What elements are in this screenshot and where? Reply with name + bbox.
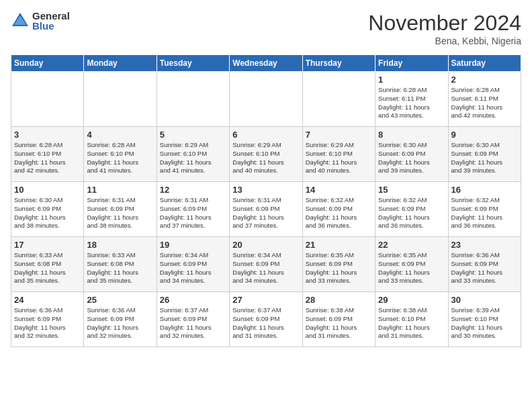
calendar-week-3: 10Sunrise: 6:30 AM Sunset: 6:09 PM Dayli… — [11, 182, 521, 237]
day-info: Sunrise: 6:34 AM Sunset: 6:09 PM Dayligh… — [232, 251, 299, 285]
calendar-cell: 2Sunrise: 6:28 AM Sunset: 6:11 PM Daylig… — [448, 72, 521, 127]
day-number: 28 — [306, 295, 372, 305]
day-number: 12 — [160, 185, 226, 195]
calendar-cell: 27Sunrise: 6:37 AM Sunset: 6:09 PM Dayli… — [230, 292, 302, 347]
day-number: 26 — [160, 295, 226, 305]
calendar-cell — [302, 72, 375, 127]
day-number: 13 — [232, 185, 299, 195]
day-info: Sunrise: 6:32 AM Sunset: 6:09 PM Dayligh… — [451, 196, 518, 230]
calendar-cell: 6Sunrise: 6:29 AM Sunset: 6:10 PM Daylig… — [230, 127, 302, 182]
day-info: Sunrise: 6:33 AM Sunset: 6:08 PM Dayligh… — [87, 251, 153, 285]
calendar-cell: 11Sunrise: 6:31 AM Sunset: 6:09 PM Dayli… — [84, 182, 157, 237]
header-day-sunday: Sunday — [11, 55, 84, 72]
logo-text: General Blue — [32, 11, 70, 31]
logo-icon — [11, 11, 30, 30]
calendar-cell: 4Sunrise: 6:28 AM Sunset: 6:10 PM Daylig… — [84, 127, 157, 182]
header-day-friday: Friday — [375, 55, 448, 72]
header-row: SundayMondayTuesdayWednesdayThursdayFrid… — [11, 55, 521, 72]
calendar-cell: 7Sunrise: 6:29 AM Sunset: 6:10 PM Daylig… — [302, 127, 375, 182]
day-info: Sunrise: 6:32 AM Sunset: 6:09 PM Dayligh… — [306, 196, 372, 230]
header-day-tuesday: Tuesday — [157, 55, 229, 72]
day-info: Sunrise: 6:28 AM Sunset: 6:10 PM Dayligh… — [87, 141, 153, 175]
day-info: Sunrise: 6:30 AM Sunset: 6:09 PM Dayligh… — [14, 196, 81, 230]
calendar-cell: 25Sunrise: 6:36 AM Sunset: 6:09 PM Dayli… — [84, 292, 157, 347]
calendar-cell: 15Sunrise: 6:32 AM Sunset: 6:09 PM Dayli… — [375, 182, 448, 237]
day-number: 19 — [160, 240, 226, 250]
calendar-cell: 3Sunrise: 6:28 AM Sunset: 6:10 PM Daylig… — [11, 127, 84, 182]
calendar-cell: 8Sunrise: 6:30 AM Sunset: 6:09 PM Daylig… — [375, 127, 448, 182]
calendar-cell: 5Sunrise: 6:29 AM Sunset: 6:10 PM Daylig… — [157, 127, 229, 182]
logo: General Blue — [11, 11, 70, 31]
calendar-cell — [157, 72, 229, 127]
header-day-monday: Monday — [84, 55, 157, 72]
day-number: 30 — [451, 295, 518, 305]
day-info: Sunrise: 6:31 AM Sunset: 6:09 PM Dayligh… — [160, 196, 226, 230]
day-info: Sunrise: 6:36 AM Sunset: 6:09 PM Dayligh… — [451, 251, 518, 285]
logo-general-label: General — [32, 11, 70, 21]
calendar-cell: 1Sunrise: 6:28 AM Sunset: 6:11 PM Daylig… — [375, 72, 448, 127]
calendar-week-1: 1Sunrise: 6:28 AM Sunset: 6:11 PM Daylig… — [11, 72, 521, 127]
day-info: Sunrise: 6:28 AM Sunset: 6:11 PM Dayligh… — [378, 86, 445, 120]
day-info: Sunrise: 6:29 AM Sunset: 6:10 PM Dayligh… — [160, 141, 226, 175]
day-number: 11 — [87, 185, 153, 195]
calendar-cell: 16Sunrise: 6:32 AM Sunset: 6:09 PM Dayli… — [448, 182, 521, 237]
calendar-cell: 12Sunrise: 6:31 AM Sunset: 6:09 PM Dayli… — [157, 182, 229, 237]
calendar-cell: 22Sunrise: 6:35 AM Sunset: 6:09 PM Dayli… — [375, 237, 448, 292]
calendar-cell: 18Sunrise: 6:33 AM Sunset: 6:08 PM Dayli… — [84, 237, 157, 292]
calendar-cell: 21Sunrise: 6:35 AM Sunset: 6:09 PM Dayli… — [302, 237, 375, 292]
day-number: 21 — [306, 240, 372, 250]
month-title: November 2024 — [368, 11, 521, 36]
calendar-cell: 10Sunrise: 6:30 AM Sunset: 6:09 PM Dayli… — [11, 182, 84, 237]
calendar-cell: 13Sunrise: 6:31 AM Sunset: 6:09 PM Dayli… — [230, 182, 302, 237]
calendar-cell — [11, 72, 84, 127]
calendar-cell: 28Sunrise: 6:38 AM Sunset: 6:09 PM Dayli… — [302, 292, 375, 347]
location: Bena, Kebbi, Nigeria — [368, 36, 521, 46]
calendar-table: SundayMondayTuesdayWednesdayThursdayFrid… — [11, 54, 521, 347]
header-day-saturday: Saturday — [448, 55, 521, 72]
calendar-cell: 26Sunrise: 6:37 AM Sunset: 6:09 PM Dayli… — [157, 292, 229, 347]
day-info: Sunrise: 6:34 AM Sunset: 6:09 PM Dayligh… — [160, 251, 226, 285]
calendar-cell: 17Sunrise: 6:33 AM Sunset: 6:08 PM Dayli… — [11, 237, 84, 292]
calendar-week-2: 3Sunrise: 6:28 AM Sunset: 6:10 PM Daylig… — [11, 127, 521, 182]
day-number: 25 — [87, 295, 153, 305]
day-number: 7 — [306, 130, 372, 140]
calendar-cell: 24Sunrise: 6:36 AM Sunset: 6:09 PM Dayli… — [11, 292, 84, 347]
day-info: Sunrise: 6:30 AM Sunset: 6:09 PM Dayligh… — [378, 141, 445, 175]
logo-blue-label: Blue — [32, 21, 70, 31]
calendar-cell: 19Sunrise: 6:34 AM Sunset: 6:09 PM Dayli… — [157, 237, 229, 292]
title-block: November 2024 Bena, Kebbi, Nigeria — [368, 11, 521, 46]
day-number: 23 — [451, 240, 518, 250]
day-info: Sunrise: 6:37 AM Sunset: 6:09 PM Dayligh… — [160, 306, 226, 340]
day-number: 29 — [378, 295, 445, 305]
day-info: Sunrise: 6:31 AM Sunset: 6:09 PM Dayligh… — [232, 196, 299, 230]
day-info: Sunrise: 6:35 AM Sunset: 6:09 PM Dayligh… — [378, 251, 445, 285]
day-info: Sunrise: 6:29 AM Sunset: 6:10 PM Dayligh… — [306, 141, 372, 175]
calendar-cell: 30Sunrise: 6:39 AM Sunset: 6:10 PM Dayli… — [448, 292, 521, 347]
day-info: Sunrise: 6:29 AM Sunset: 6:10 PM Dayligh… — [232, 141, 299, 175]
day-number: 24 — [14, 295, 81, 305]
calendar-cell — [230, 72, 302, 127]
day-info: Sunrise: 6:38 AM Sunset: 6:09 PM Dayligh… — [306, 306, 372, 340]
day-info: Sunrise: 6:38 AM Sunset: 6:10 PM Dayligh… — [378, 306, 445, 340]
day-number: 2 — [451, 75, 518, 85]
day-number: 22 — [378, 240, 445, 250]
calendar-cell: 20Sunrise: 6:34 AM Sunset: 6:09 PM Dayli… — [230, 237, 302, 292]
day-info: Sunrise: 6:39 AM Sunset: 6:10 PM Dayligh… — [451, 306, 518, 340]
day-number: 5 — [160, 130, 226, 140]
day-info: Sunrise: 6:28 AM Sunset: 6:11 PM Dayligh… — [451, 86, 518, 120]
day-info: Sunrise: 6:30 AM Sunset: 6:09 PM Dayligh… — [451, 141, 518, 175]
day-info: Sunrise: 6:36 AM Sunset: 6:09 PM Dayligh… — [14, 306, 81, 340]
header-day-wednesday: Wednesday — [230, 55, 302, 72]
day-info: Sunrise: 6:28 AM Sunset: 6:10 PM Dayligh… — [14, 141, 81, 175]
calendar-week-5: 24Sunrise: 6:36 AM Sunset: 6:09 PM Dayli… — [11, 292, 521, 347]
day-number: 4 — [87, 130, 153, 140]
day-info: Sunrise: 6:37 AM Sunset: 6:09 PM Dayligh… — [232, 306, 299, 340]
day-number: 3 — [14, 130, 81, 140]
day-info: Sunrise: 6:32 AM Sunset: 6:09 PM Dayligh… — [378, 196, 445, 230]
day-number: 20 — [232, 240, 299, 250]
day-number: 10 — [14, 185, 81, 195]
day-number: 27 — [232, 295, 299, 305]
day-info: Sunrise: 6:33 AM Sunset: 6:08 PM Dayligh… — [14, 251, 81, 285]
day-number: 6 — [232, 130, 299, 140]
calendar-cell: 29Sunrise: 6:38 AM Sunset: 6:10 PM Dayli… — [375, 292, 448, 347]
